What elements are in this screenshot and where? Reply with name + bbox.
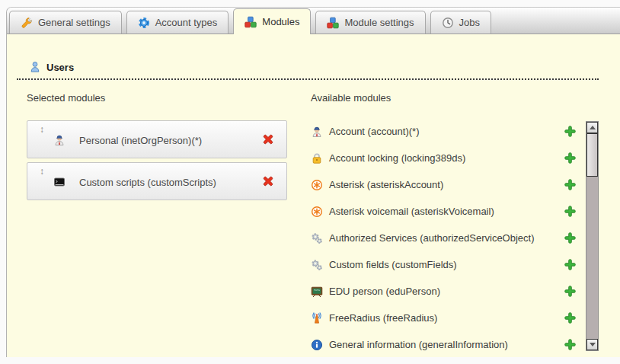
tab-account-types[interactable]: Account types — [126, 11, 229, 34]
remove-module-button[interactable] — [261, 133, 275, 146]
users-icon — [29, 61, 41, 73]
tab-bar: General settings Account types Modules M… — [7, 8, 620, 34]
info-icon — [311, 339, 323, 351]
drag-handle-icon[interactable]: ↕ — [40, 167, 44, 176]
available-module-row: Asterisk voicemail (asteriskVoicemail) — [311, 198, 577, 225]
available-module-label: Custom fields (customFields) — [329, 259, 457, 270]
terminal-icon — [53, 176, 66, 188]
users-section-header: Users — [29, 59, 74, 75]
tab-label: Jobs — [459, 17, 480, 28]
chalkboard-icon — [311, 286, 323, 298]
asterisk-icon — [311, 206, 323, 218]
available-module-row: Authorized Services (authorizedServiceOb… — [311, 225, 577, 251]
add-module-button[interactable] — [564, 285, 577, 298]
add-module-button[interactable] — [564, 338, 577, 351]
drag-handle-icon[interactable]: ↕ — [40, 125, 44, 134]
down-arrow-icon — [590, 343, 596, 346]
selected-module-item[interactable]: ↕Custom scripts (customScripts) — [27, 162, 287, 200]
available-module-label: Authorized Services (authorizedServiceOb… — [329, 232, 535, 244]
tab-general-settings[interactable]: General settings — [9, 11, 122, 34]
selected-modules-label: Selected modules — [27, 92, 105, 104]
available-modules-label: Available modules — [311, 92, 391, 104]
available-modules-list: Account (account)(*)Account locking (loc… — [311, 118, 577, 358]
gears-icon — [311, 232, 323, 244]
available-module-label: Asterisk (asteriskAccount) — [329, 179, 443, 190]
tab-label: Modules — [262, 16, 299, 27]
available-module-row: Account locking (locking389ds) — [311, 145, 577, 171]
available-module-label: General information (generalInformation) — [329, 339, 508, 350]
antenna-icon — [311, 312, 323, 324]
remove-module-button[interactable] — [261, 174, 275, 188]
scrollbar-up-button[interactable] — [586, 122, 598, 133]
add-module-button[interactable] — [564, 311, 577, 324]
tab-label: General settings — [38, 17, 110, 28]
lock-icon — [311, 152, 323, 164]
add-module-button[interactable] — [564, 205, 577, 218]
gear-icon — [138, 17, 150, 29]
available-module-label: EDU person (eduPerson) — [329, 286, 440, 297]
available-module-label: Account locking (locking389ds) — [329, 152, 465, 164]
scrollbar-down-button[interactable] — [586, 339, 598, 350]
tab-jobs[interactable]: Jobs — [430, 11, 491, 34]
tab-label: Account types — [155, 17, 218, 28]
available-module-row: Custom fields (customFields) — [311, 251, 577, 278]
modules-panel: Users Selected modules Available modules… — [7, 34, 620, 357]
add-module-button[interactable] — [564, 258, 577, 271]
asterisk-icon — [311, 179, 323, 191]
tab-modules[interactable]: Modules — [233, 8, 311, 34]
lam-configuration-window: General settings Account types Modules M… — [6, 7, 620, 357]
add-module-button[interactable] — [564, 178, 577, 191]
wrench-icon — [21, 17, 33, 29]
available-module-row: FreeRadius (freeRadius) — [311, 305, 577, 331]
available-module-label: FreeRadius (freeRadius) — [329, 312, 437, 324]
scrollbar-thumb[interactable] — [586, 133, 598, 177]
add-module-button[interactable] — [564, 231, 577, 244]
user-icon — [53, 134, 66, 146]
selected-modules-list: ↕Personal (inetOrgPerson)(*)↕Custom scri… — [27, 120, 287, 204]
modules-icon — [327, 17, 339, 29]
available-modules-scrollbar[interactable] — [586, 121, 599, 351]
clock-icon — [442, 17, 454, 29]
tab-label: Module settings — [344, 17, 414, 28]
tab-module-settings[interactable]: Module settings — [315, 11, 425, 34]
available-module-row: Asterisk (asteriskAccount) — [311, 171, 577, 198]
available-module-row: Account (account)(*) — [311, 118, 577, 145]
available-module-row: General information (generalInformation) — [311, 331, 577, 358]
available-module-row: EDU person (eduPerson) — [311, 278, 577, 305]
selected-module-item[interactable]: ↕Personal (inetOrgPerson)(*) — [27, 120, 287, 158]
selected-module-label: Personal (inetOrgPerson)(*) — [79, 121, 202, 159]
selected-module-label: Custom scripts (customScripts) — [79, 163, 216, 201]
add-module-button[interactable] — [564, 152, 577, 164]
section-divider — [17, 78, 599, 80]
add-module-button[interactable] — [564, 125, 577, 138]
gears-icon — [311, 259, 323, 271]
available-module-label: Asterisk voicemail (asteriskVoicemail) — [329, 206, 494, 217]
up-arrow-icon — [590, 126, 596, 129]
available-module-label: Account (account)(*) — [329, 126, 420, 137]
section-title: Users — [46, 62, 74, 73]
user-icon — [311, 126, 323, 138]
modules-icon — [244, 16, 257, 28]
